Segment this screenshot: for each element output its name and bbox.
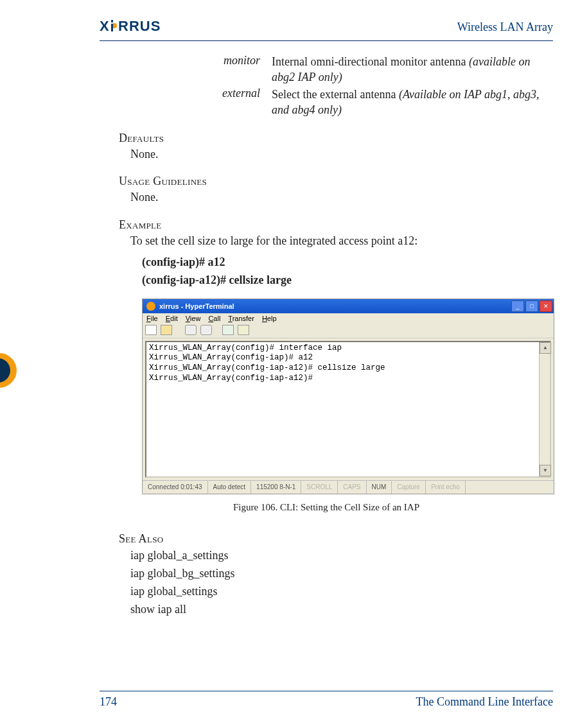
term-line: Xirrus_WLAN_Array(config-iap-a12)# cells… (149, 363, 547, 374)
spec-external-text: Select the external antenna (272, 88, 399, 101)
status-auto: Auto detect (208, 481, 252, 494)
connect-icon[interactable] (185, 325, 197, 335)
svg-text:RRUS: RRUS (118, 18, 161, 34)
close-button[interactable]: ✕ (540, 300, 552, 312)
cmd-line-1: (config-iap)# a12 (142, 254, 553, 272)
app-icon (146, 302, 155, 311)
menu-help[interactable]: Help (262, 315, 277, 322)
menu-transfer[interactable]: Transfer (228, 315, 254, 322)
xirrus-logo: X RRUS (100, 18, 200, 38)
status-baud: 115200 8-N-1 (251, 481, 301, 494)
disconnect-icon[interactable] (200, 325, 212, 335)
menu-view[interactable]: View (186, 315, 201, 322)
maximize-button[interactable]: □ (525, 300, 538, 312)
cmd-line-2: (config-iap-a12)# cellsize large (142, 272, 553, 290)
menu-bar: File Edit View Call Transfer Help (143, 313, 554, 324)
svg-text:X: X (100, 18, 110, 34)
toolbar (143, 324, 554, 338)
send-icon[interactable] (222, 325, 234, 335)
heading-example: Example (119, 218, 553, 232)
see-also-list: iap global_a_settings iap global_bg_sett… (130, 547, 553, 619)
spec-desc-monitor: Internal omni-directional monitor antenn… (272, 54, 553, 85)
example-commands: (config-iap)# a12 (config-iap-a12)# cell… (142, 254, 553, 290)
hyperterminal-window: xirrus - HyperTerminal _ □ ✕ File Edit V… (142, 299, 554, 494)
figure-caption: Figure 106. CLI: Setting the Cell Size o… (100, 502, 553, 513)
spec-table: monitor Internal omni-directional monito… (183, 54, 553, 117)
usage-body: None. (130, 189, 553, 205)
menu-edit[interactable]: Edit (166, 315, 178, 322)
page-number: 174 (100, 695, 117, 709)
status-num: NUM (367, 481, 392, 494)
heading-usage: Usage Guidelines (119, 175, 553, 188)
seealso-item: iap global_bg_settings (130, 565, 553, 583)
defaults-body: None. (130, 146, 553, 162)
new-icon[interactable] (145, 325, 157, 335)
spec-desc-external: Select the external antenna (Available o… (272, 87, 553, 118)
term-line: Xirrus_WLAN_Array(config-iap-a12)# (149, 374, 547, 384)
svg-rect-3 (111, 20, 113, 22)
status-scroll: SCROLL (301, 481, 338, 494)
term-line: Xirrus_WLAN_Array(config-iap)# a12 (149, 353, 547, 363)
heading-defaults: Defaults (119, 132, 553, 145)
scroll-down-icon[interactable]: ▼ (540, 465, 551, 476)
svg-rect-4 (111, 24, 113, 31)
term-line: Xirrus_WLAN_Array(config)# interface iap (149, 343, 547, 354)
status-echo: Print echo (426, 481, 466, 494)
seealso-item: iap global_a_settings (130, 547, 553, 565)
spec-term-monitor: monitor (183, 54, 272, 85)
seealso-item: iap global_settings (130, 583, 553, 601)
status-conn: Connected 0:01:43 (143, 481, 208, 494)
seealso-item: show iap all (130, 601, 553, 619)
thumb-tab (0, 353, 17, 388)
spec-monitor-text: Internal omni-directional monitor antenn… (272, 55, 469, 68)
spec-term-external: external (183, 87, 272, 118)
titlebar: xirrus - HyperTerminal _ □ ✕ (143, 299, 554, 313)
example-intro: To set the cell size to large for the in… (130, 233, 553, 248)
menu-call[interactable]: Call (208, 315, 220, 322)
status-caps: CAPS (338, 481, 366, 494)
terminal-area[interactable]: Xirrus_WLAN_Array(config)# interface iap… (145, 341, 551, 478)
minimize-button[interactable]: _ (511, 300, 524, 312)
page-footer: 174 The Command Line Interface (100, 691, 553, 709)
status-bar: Connected 0:01:43 Auto detect 115200 8-N… (143, 480, 554, 494)
chapter-name: The Command Line Interface (416, 695, 553, 709)
properties-icon[interactable] (238, 325, 249, 335)
doc-title: Wireless LAN Array (457, 18, 553, 34)
heading-seealso: See Also (119, 532, 553, 546)
status-capture: Capture (392, 481, 426, 494)
open-icon[interactable] (161, 325, 172, 335)
menu-file[interactable]: File (146, 315, 158, 322)
scroll-up-icon[interactable]: ▲ (540, 342, 551, 354)
scrollbar[interactable]: ▲ ▼ (539, 342, 550, 476)
page-header: X RRUS Wireless LAN Array (100, 18, 553, 41)
window-title: xirrus - HyperTerminal (158, 302, 511, 310)
